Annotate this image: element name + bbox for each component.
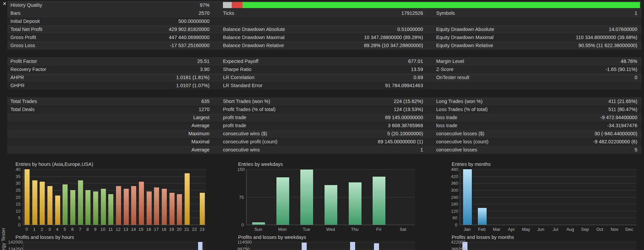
stat-value: 429 902.81820000 (169, 25, 210, 33)
stat-row[interactable]: Initial Deposit500.00000000 (7, 17, 641, 25)
history-quality-cell: History Quality 97% (7, 1, 210, 9)
stat-label: consecutive wins (223, 146, 260, 154)
y-tick-label: 60 (451, 215, 457, 220)
stat-label: Bars (10, 9, 21, 17)
close-icon[interactable]: ✕ (2, 1, 7, 7)
stat-label: AHPR (10, 73, 24, 81)
chart-plot (460, 170, 637, 225)
bar (40, 182, 45, 225)
chart-entries-by-hours: Entries by hours (Asia,Europe,USA) 05101… (8, 162, 206, 234)
stat-label: consecutive losses ($) (436, 130, 484, 138)
bar (162, 189, 167, 225)
stat-value: 1 (635, 9, 637, 17)
bar (47, 186, 52, 225)
y-tick-label: 5 (8, 215, 21, 220)
stat-row[interactable]: Bars2570Ticks17912526Symbols1 (7, 9, 641, 17)
stat-row[interactable]: AHPR1.0181 (1.81%)LR Correlation0.69OnTe… (7, 73, 641, 81)
stat-label: Total Net Profit (10, 25, 42, 33)
chart-plot (23, 170, 206, 225)
section-gap (7, 49, 641, 57)
bar (325, 185, 337, 225)
x-tick-label: Dec (621, 227, 637, 232)
stat-cell: Loss Trades (% of total)511 (80.47%) (423, 105, 641, 113)
y-tick-label: 124250 (8, 247, 21, 250)
bar (85, 190, 90, 225)
bar (373, 177, 385, 225)
gridline (460, 218, 637, 218)
x-tick-label: Jul (547, 227, 564, 232)
stat-cell: Total Deals1270 (7, 105, 210, 113)
history-quality-row[interactable]: History Quality 97% (7, 1, 641, 9)
stat-value: 1.0107 (1.07%) (176, 81, 210, 90)
stat-row[interactable]: Maximumconsecutive wins ($)5 (20.1000000… (7, 130, 641, 138)
stat-label: Equity Drawdown Maximal (436, 33, 494, 41)
stat-value: Maximum (188, 130, 210, 138)
x-tick-label: Feb (474, 227, 490, 232)
stat-label: Ticks (223, 9, 234, 17)
stat-row[interactable]: Largestprofit trade89 145.00000000loss t… (7, 113, 641, 121)
stat-cell: profit trade89 145.00000000 (210, 113, 423, 121)
x-tick-label: Wed (323, 227, 339, 232)
stat-cell: consecutive wins1 (210, 146, 423, 154)
gridline (460, 190, 637, 190)
y-tick-label: 30 (8, 181, 21, 186)
stat-value: 1.0181 (1.81%) (176, 73, 210, 81)
stat-label: Profit Trades (% of total) (223, 105, 275, 113)
stat-cell: consecutive losses5 (423, 146, 641, 154)
stat-row[interactable]: Maximalconsecutive profit (count)89 145.… (7, 138, 641, 146)
x-tick-label: Sep (577, 227, 593, 232)
stat-value: 677.01 (408, 57, 423, 65)
stat-row[interactable]: Averageprofit trade3 608.38765968loss tr… (7, 121, 641, 130)
x-tick-label: May (518, 227, 534, 232)
stat-row[interactable]: Gross Profit447 440.06980000Balance Draw… (7, 33, 641, 41)
stat-cell: Long Trades (won %)411 (21.65%) (423, 97, 641, 105)
stat-row[interactable]: Total Deals1270Profit Trades (% of total… (7, 105, 641, 113)
stat-value: 2570 (199, 9, 210, 17)
stat-value: 17912526 (401, 9, 423, 17)
stat-row[interactable]: Gross Loss-17 537.25160000Balance Drawdo… (7, 41, 641, 49)
stat-row[interactable]: Total Net Profit429 902.81820000Balance … (7, 25, 641, 33)
y-tick-label: 300 (451, 188, 457, 193)
bar (55, 195, 60, 225)
x-tick-label: Mon (274, 227, 291, 232)
stat-row[interactable]: Recovery Factor3.90Sharpe Ratio13.59Z-Sc… (7, 65, 641, 73)
stat-cell: OnTester result0 (423, 73, 641, 81)
gridline (23, 183, 206, 183)
stat-label: Short Trades (won %) (223, 97, 270, 105)
y-tick-label: 420 (451, 174, 457, 179)
stat-cell: Balance Drawdown Maximal10 347.28800000 … (210, 33, 423, 41)
stat-cell: Margin Level48.76% (423, 57, 641, 65)
chart-plot (246, 170, 415, 225)
y-tick-label: 99750 (237, 247, 244, 250)
history-quality-segment (232, 2, 242, 8)
y-tick-label: 25 (8, 188, 21, 193)
chart-title: Entries by hours (Asia,Europe,USA) (15, 162, 93, 167)
bar (185, 173, 190, 225)
stat-row[interactable]: Total Trades635Short Trades (won %)224 (… (7, 97, 641, 105)
stat-label: Gross Loss (10, 41, 35, 49)
bar (131, 186, 136, 225)
stat-row[interactable]: Averageconsecutive wins1consecutive loss… (7, 146, 641, 154)
chart-profits-losses-by-hours: Profits and losses by hours 124250142000 (8, 235, 206, 250)
gridline (460, 183, 637, 183)
bar (154, 187, 159, 225)
bar (463, 169, 472, 225)
stat-row[interactable]: Profit Factor25.51Expected Payoff677.01M… (7, 57, 641, 65)
y-tick-label: 40 (8, 167, 21, 172)
bar (139, 182, 144, 225)
stat-label: Balance Drawdown Relative (223, 41, 284, 49)
stat-label: Sharpe Ratio (223, 65, 252, 73)
bar (252, 222, 265, 225)
stat-cell: GHPR1.0107 (1.07%) (7, 81, 210, 90)
stat-value: 411 (21.65%) (608, 97, 637, 105)
stat-value: 0.51000000 (397, 25, 423, 33)
gridline (460, 242, 637, 242)
stat-value: -9 472.94400000 (600, 113, 637, 121)
stat-cell: Gross Loss-17 537.25160000 (7, 41, 210, 49)
gridline (23, 242, 206, 242)
y-tick-label: 10 (8, 209, 21, 214)
stat-row[interactable]: GHPR1.0107 (1.07%)LR Standard Error91 78… (7, 81, 641, 90)
stat-value: 25.51 (197, 57, 210, 65)
bar (124, 189, 129, 225)
stat-label: Symbols (436, 9, 455, 17)
